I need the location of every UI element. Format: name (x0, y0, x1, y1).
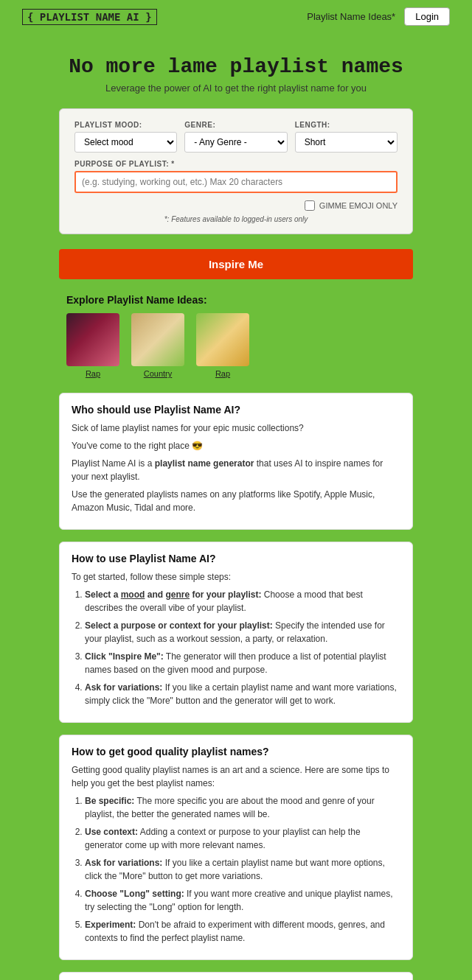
explore-label-rap2[interactable]: Rap (215, 369, 230, 378)
quality-step-2: Use context: Adding a context or purpose… (85, 825, 400, 852)
quality-list: Be specific: The more specific you are a… (72, 794, 400, 945)
length-group: LENGTH: Short Long (295, 121, 398, 153)
explore-thumb-rap1[interactable] (66, 313, 119, 366)
navbar: { PLAYLIST NAME AI } Playlist Name Ideas… (0, 0, 472, 33)
quality-step-1: Be specific: The more specific you are a… (85, 794, 400, 821)
quality-section: How to get good quality playlist names? … (59, 735, 413, 960)
mood-select[interactable]: Select mood Happy Sad Energetic Chill (74, 132, 177, 153)
hero-subheading: Leverage the power of AI to get the righ… (15, 83, 457, 94)
navbar-right: Playlist Name Ideas* Login (307, 7, 450, 26)
who-p3: Playlist Name AI is a playlist name gene… (72, 457, 400, 483)
mood-label: PLAYLIST MOOD: (74, 121, 177, 129)
explore-item-country: Country (131, 313, 184, 378)
genre-group: GENRE: - Any Genre - Rap Country Pop Roc… (184, 121, 287, 153)
who-p4: Use the generated playlists names on any… (72, 488, 400, 514)
step-1: Select a mood and genre for your playlis… (85, 588, 400, 615)
login-button[interactable]: Login (404, 7, 450, 26)
quality-heading: How to get good quality playlist names? (72, 746, 400, 757)
purpose-label: PURPOSE OF PLAYLIST: * (74, 160, 398, 168)
who-section: Who should use Playlist Name AI? Sick of… (59, 393, 413, 530)
quality-step-4: Choose "Long" setting: If you want more … (85, 887, 400, 914)
emoji-checkbox[interactable] (305, 200, 315, 211)
playlist-ideas-link[interactable]: Playlist Name Ideas* (307, 11, 395, 22)
genre-label: GENRE: (184, 121, 287, 129)
explore-section: Explore Playlist Name Ideas: Rap Country… (59, 294, 413, 378)
mood-group: PLAYLIST MOOD: Select mood Happy Sad Ene… (74, 121, 177, 153)
explore-label-country[interactable]: Country (144, 369, 173, 378)
how-to-use-list: Select a mood and genre for your playlis… (72, 588, 400, 707)
brand-logo: { PLAYLIST NAME AI } (22, 9, 157, 25)
how-to-use-heading: How to use Playlist Name AI? (72, 553, 400, 564)
who-heading: Who should use Playlist Name AI? (72, 404, 400, 416)
explore-thumb-rap2[interactable] (196, 313, 249, 366)
explore-thumb-country[interactable] (131, 313, 184, 366)
explore-heading: Explore Playlist Name Ideas: (66, 294, 406, 306)
how-to-use-section: How to use Playlist Name AI? To get star… (59, 542, 413, 723)
how-to-use-intro: To get started, follow these simple step… (72, 570, 400, 584)
hero-section: No more lame playlist names Leverage the… (0, 33, 472, 108)
hero-heading: No more lame playlist names (15, 55, 457, 78)
inspire-button[interactable]: Inspire Me (59, 249, 413, 279)
form-row-top: PLAYLIST MOOD: Select mood Happy Sad Ene… (74, 121, 398, 153)
quality-step-3: Ask for variations: If you like a certai… (85, 856, 400, 883)
length-label: LENGTH: (295, 121, 398, 129)
emoji-row: GIMME EMOJI ONLY (74, 200, 398, 211)
explore-label-rap1[interactable]: Rap (86, 369, 100, 378)
who-p1: Sick of lame playlist names for your epi… (72, 421, 400, 435)
step-4: Ask for variations: If you like a certai… (85, 681, 400, 707)
explore-item-rap2: Rap (196, 313, 249, 378)
emoji-section: How to generate emoji playlist names? I … (59, 972, 413, 980)
form-card: PLAYLIST MOOD: Select mood Happy Sad Ene… (59, 108, 413, 234)
quality-step-5: Experiment: Don't be afraid to experimen… (85, 918, 400, 945)
features-note: *: Features available to logged-in users… (74, 215, 398, 223)
explore-grid: Rap Country Rap (66, 313, 406, 378)
purpose-group: PURPOSE OF PLAYLIST: * (74, 160, 398, 193)
purpose-input[interactable] (74, 171, 398, 193)
step-3: Click "Inspire Me": The generator will t… (85, 650, 400, 676)
who-p2: You've come to the right place 😎 (72, 439, 400, 452)
genre-select[interactable]: - Any Genre - Rap Country Pop Rock (184, 132, 287, 153)
explore-item-rap1: Rap (66, 313, 119, 378)
quality-intro: Getting good quality playlist names is a… (72, 763, 400, 790)
step-2: Select a purpose or context for your pla… (85, 619, 400, 645)
length-select[interactable]: Short Long (295, 132, 398, 153)
emoji-label: GIMME EMOJI ONLY (319, 201, 398, 210)
